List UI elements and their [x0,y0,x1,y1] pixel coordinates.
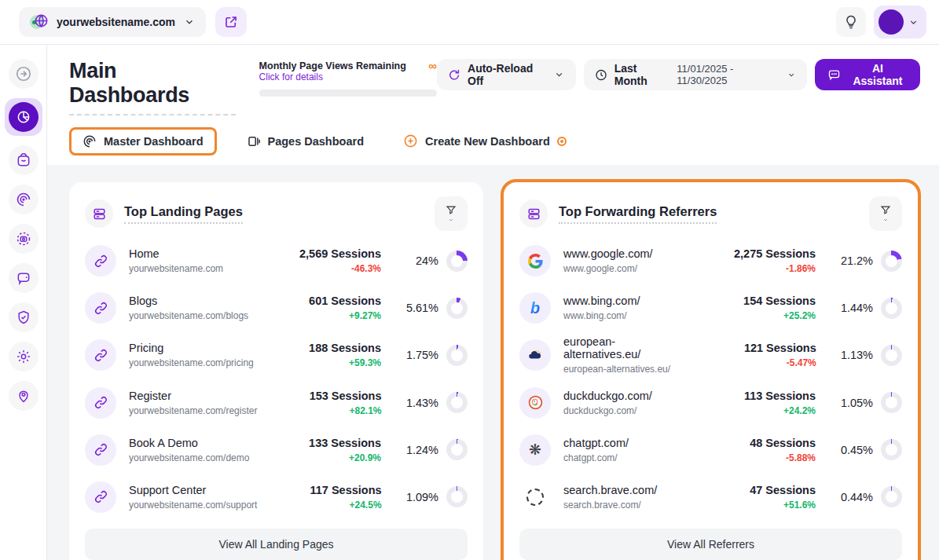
landing-row-pricing[interactable]: Pricingyourwebsitename.com/pricing 188 S… [85,333,468,377]
row-title: Blogs [129,295,248,307]
link-icon [85,245,116,276]
tab-master-dashboard[interactable]: Master Dashboard [69,127,217,156]
sidebar-item-behaviour[interactable] [9,185,39,214]
quota-label: Monthly Page Views Remaining [259,60,406,71]
landing-row-register[interactable]: Registeryourwebsitename.com/register 153… [85,381,468,425]
tips-button[interactable] [836,7,866,37]
sidebar-item-feedback[interactable] [9,263,39,293]
row-sessions: 113 Sessions [690,390,816,402]
row-title: duckduckgo.com/ [563,390,652,402]
row-subtitle: chatgpt.com/ [563,452,629,463]
bag-icon [16,152,31,168]
referrer-row-bing[interactable]: b www.bing.com/www.bing.com/ 154 Session… [519,286,902,330]
chevron-down-icon [882,217,889,223]
gear-icon [16,349,31,364]
brave-search-icon [519,481,551,513]
auto-reload-dropdown[interactable]: Auto-Reload Off [437,59,576,90]
row-title: Register [129,390,256,402]
account-menu[interactable] [874,5,926,38]
chatgpt-icon: ❋ [519,434,551,466]
google-icon [519,245,551,276]
filter-button[interactable] [869,196,902,231]
row-percent: 0.45% [841,444,873,456]
referrer-row-brave-search[interactable]: search.brave.com/search.brave.com/ 47 Se… [519,475,902,519]
row-subtitle: www.bing.com/ [563,310,640,321]
view-all-landing-pages-button[interactable]: View All Landing Pages [85,529,468,560]
funnel-icon [445,204,457,216]
row-sessions: 188 Sessions [255,342,381,354]
view-all-referrers-button[interactable]: View All Referrers [519,529,902,560]
row-percent: 0.44% [841,491,873,503]
ai-assistant-button[interactable]: AI Assistant [815,59,920,90]
website-selector[interactable]: yourwebsitename.com [19,7,206,37]
tab-pages-label: Pages Dashboard [268,135,365,148]
landing-row-home[interactable]: Homeyourwebsitename.com 2,569 Sessions-4… [85,239,468,283]
row-percent: 5.61% [406,302,438,314]
row-subtitle: duckduckgo.com/ [563,405,652,416]
row-title: chatgpt.com/ [563,437,629,449]
row-sessions: 154 Sessions [690,295,816,307]
row-sessions: 133 Sessions [255,437,381,449]
sidebar-item-recordings[interactable] [9,224,39,254]
top-bar: yourwebsitename.com [0,0,939,45]
link-icon [85,481,116,513]
tab-pages-dashboard[interactable]: Pages Dashboard [237,127,374,156]
date-range-picker[interactable]: Last Month 11/01/2025 - 11/30/2025 [584,59,807,90]
page-views-quota: Monthly Page Views Remaining Click for d… [259,60,437,97]
radar-spiral-icon [16,192,31,207]
filter-button[interactable] [435,196,468,231]
landing-row-blogs[interactable]: Blogsyourwebsitename.com/blogs 601 Sessi… [85,286,468,330]
link-icon [85,387,116,419]
donut-chart [881,392,902,413]
sidebar-item-settings[interactable] [9,342,39,372]
landing-row-book-a-demo[interactable]: Book A Demoyourwebsitename.com/demo 133 … [85,428,468,472]
sidebar-item-dashboards[interactable] [5,98,42,136]
dashboard-pie-icon [9,102,39,132]
bing-icon: b [519,292,551,324]
ai-chat-icon [827,68,841,82]
row-change: +82.1% [256,405,381,416]
row-subtitle: yourwebsitename.com/demo [129,452,249,463]
european-alternatives-icon [519,339,551,371]
row-subtitle: yourwebsitename.com/pricing [129,357,254,368]
row-change: +24.2% [690,405,816,416]
row-subtitle: yourwebsitename.com/register [129,405,256,416]
row-sessions: 47 Sessions [690,484,816,496]
tab-create-new-dashboard[interactable]: Create New Dashboard [394,126,576,156]
period-range: 11/01/2025 - 11/30/2025 [677,63,780,86]
donut-chart [446,345,468,366]
location-pin-icon [16,388,31,404]
dashboard-tabs: Master Dashboard Pages Dashboard Create … [69,126,920,165]
referrer-row-google[interactable]: www.google.com/www.google.com/ 2,275 Ses… [519,239,902,283]
row-title: european-alternatives.eu/ [563,335,691,361]
open-website-button[interactable] [215,7,247,37]
chevron-down-icon [554,69,564,80]
row-title: www.bing.com/ [563,295,640,307]
period-label: Last Month [614,62,670,87]
sidebar-item-privacy[interactable] [9,302,39,332]
landing-row-support-center[interactable]: Support Centeryourwebsitename.com/suppor… [85,475,468,519]
sidebar-item-ecommerce[interactable] [9,145,39,175]
row-title: Home [129,247,223,260]
row-percent: 21.2% [841,254,873,267]
row-sessions: 153 Sessions [256,390,381,402]
row-sessions: 48 Sessions [690,437,816,449]
link-icon [85,339,116,371]
donut-chart [881,439,902,460]
quota-details-link[interactable]: Click for details [259,71,406,82]
referrer-row-european-alternatives[interactable]: european-alternatives.eu/european-altern… [519,333,902,377]
sidebar-item-visitors-map[interactable] [9,381,39,411]
link-icon [85,434,116,466]
server-stack-icon [85,199,113,228]
sidebar-collapse-button[interactable] [9,59,39,89]
row-subtitle: www.google.com/ [563,263,653,274]
row-percent: 1.13% [841,349,873,361]
referrer-row-chatgpt[interactable]: ❋ chatgpt.com/chatgpt.com/ 48 Sessions-5… [519,428,902,472]
tab-create-label: Create New Dashboard [425,135,550,148]
referrer-row-duckduckgo[interactable]: duckduckgo.com/duckduckgo.com/ 113 Sessi… [519,381,902,425]
master-dashboard-icon [83,134,97,148]
external-link-icon [224,15,238,29]
row-title: Pricing [129,342,254,354]
card-top-forwarding-referrers: Top Forwarding Referrers www.google.com/… [504,182,918,560]
donut-chart [881,298,902,319]
